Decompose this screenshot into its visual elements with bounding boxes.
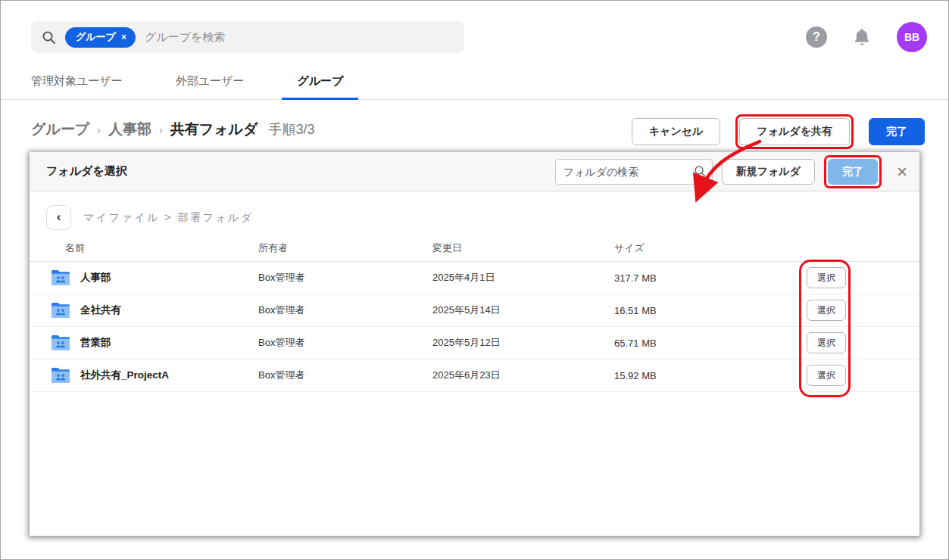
search-icon: [42, 30, 56, 45]
modal-done-button[interactable]: 完了: [828, 159, 878, 185]
table-row[interactable]: 全社共有 Box管理者 2025年5月14日 16.51 MB 選択: [30, 294, 919, 327]
folder-search-input[interactable]: [555, 159, 713, 185]
breadcrumb: グループ › 人事部 › 共有フォルダ 手順3/3: [31, 114, 315, 145]
notifications-bell-icon[interactable]: [853, 27, 871, 47]
back-button[interactable]: ‹: [46, 205, 71, 230]
annotation-modal-done: 完了: [824, 155, 882, 188]
step-indicator: 手順3/3: [268, 120, 314, 138]
new-folder-button[interactable]: 新規フォルダ: [722, 159, 815, 185]
modal-breadcrumb: マイファイル > 部署フォルダ: [83, 211, 254, 225]
column-header-size: サイズ: [614, 241, 645, 255]
folder-size: 16.51 MB: [614, 305, 657, 316]
share-folder-button[interactable]: フォルダを共有: [739, 118, 850, 145]
select-folder-button[interactable]: 選択: [807, 332, 846, 353]
table-row[interactable]: 人事部 Box管理者 2025年4月1日 317.7 MB 選択: [30, 262, 919, 294]
breadcrumb-separator-icon: ›: [97, 123, 101, 136]
folder-modified: 2025年4月1日: [432, 271, 495, 285]
select-folder-button[interactable]: 選択: [807, 365, 846, 386]
close-icon[interactable]: ×: [897, 163, 907, 181]
folder-name[interactable]: 営業部: [80, 336, 111, 350]
folder-name[interactable]: 社外共有_ProjectA: [80, 369, 169, 382]
breadcrumb-separator-icon: ›: [159, 123, 163, 136]
help-icon[interactable]: ?: [806, 26, 827, 48]
search-filter-chip[interactable]: グループ ×: [65, 27, 136, 48]
annotation-share-folder: フォルダを共有: [735, 114, 854, 149]
chip-label: グループ: [76, 30, 116, 44]
breadcrumb-shared-folder: 共有フォルダ: [170, 120, 258, 139]
tab-groups[interactable]: グループ: [282, 74, 358, 100]
search-placeholder: グループを検索: [145, 30, 225, 45]
shared-folder-icon: [50, 269, 71, 287]
done-button[interactable]: 完了: [869, 118, 925, 145]
admin-tabs: 管理対象ユーザー 外部ユーザー グループ: [1, 71, 948, 100]
folder-owner: Box管理者: [258, 369, 304, 382]
modal-header: フォルダを選択 新規フォルダ 完了 ×: [30, 152, 919, 191]
search-icon: [694, 165, 707, 181]
folder-modified: 2025年5月12日: [432, 336, 501, 350]
folder-search-field: [555, 159, 713, 185]
page-actions: キャンセル フォルダを共有 完了: [632, 114, 925, 149]
modal-title: フォルダを選択: [46, 164, 127, 179]
tab-managed-users[interactable]: 管理対象ユーザー: [16, 74, 138, 100]
breadcrumb-hr-group[interactable]: 人事部: [108, 120, 151, 139]
folder-size: 15.92 MB: [614, 370, 657, 381]
global-search-bar[interactable]: グループ × グループを検索: [31, 21, 464, 53]
column-header-owner: 所有者: [258, 241, 288, 255]
folder-owner: Box管理者: [258, 336, 304, 350]
cancel-button[interactable]: キャンセル: [632, 118, 721, 145]
table-row[interactable]: 社外共有_ProjectA Box管理者 2025年6月23日 15.92 MB…: [30, 359, 919, 392]
column-header-name: 名前: [65, 241, 85, 255]
folder-size: 317.7 MB: [614, 272, 657, 284]
folder-modified: 2025年5月14日: [432, 303, 501, 317]
folder-name[interactable]: 全社共有: [80, 303, 121, 317]
tab-external-users[interactable]: 外部ユーザー: [161, 74, 260, 100]
shared-folder-icon: [50, 366, 71, 384]
shared-folder-icon: [50, 301, 71, 319]
folder-size: 65.71 MB: [614, 338, 657, 349]
table-row[interactable]: 営業部 Box管理者 2025年5月12日 65.71 MB 選択: [30, 327, 919, 359]
folder-owner: Box管理者: [258, 271, 304, 285]
table-header: 名前 所有者 変更日 サイズ: [30, 241, 919, 262]
admin-console-screen: グループ × グループを検索 ? BB 管理対象ユーザー 外部ユーザー グループ…: [0, 0, 949, 560]
breadcrumb-groups[interactable]: グループ: [31, 120, 89, 139]
folder-picker-modal: フォルダを選択 新規フォルダ 完了 × ‹ マイファイル > 部署フォルダ: [30, 152, 919, 536]
folder-modified: 2025年6月23日: [432, 369, 501, 382]
folder-owner: Box管理者: [258, 303, 304, 317]
select-folder-button[interactable]: 選択: [807, 267, 846, 288]
avatar[interactable]: BB: [897, 22, 927, 52]
shared-folder-icon: [50, 334, 71, 352]
select-folder-button[interactable]: 選択: [807, 300, 846, 321]
chip-remove-icon[interactable]: ×: [121, 32, 126, 42]
column-header-modified: 変更日: [432, 241, 462, 255]
folder-name[interactable]: 人事部: [80, 271, 111, 285]
folder-table: 人事部 Box管理者 2025年4月1日 317.7 MB 選択 全社共有 Bo…: [30, 262, 919, 392]
